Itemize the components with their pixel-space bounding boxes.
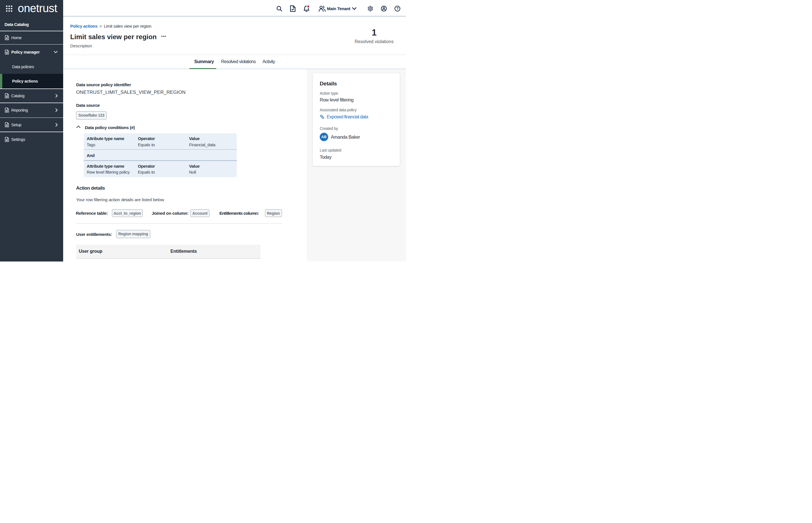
svg-text:?: ? [396, 6, 399, 11]
